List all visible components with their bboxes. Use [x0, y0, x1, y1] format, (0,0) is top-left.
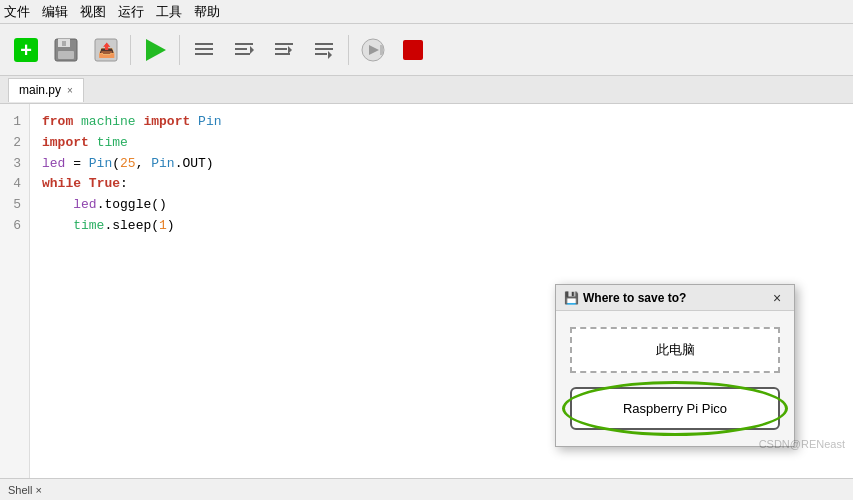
dialog-titlebar: 💾 Where to save to? × — [556, 285, 794, 311]
debug1-button[interactable] — [186, 32, 222, 68]
svg-text:📤: 📤 — [98, 42, 116, 59]
run-button[interactable] — [137, 32, 173, 68]
svg-rect-27 — [403, 40, 423, 60]
dialog-close-button[interactable]: × — [768, 289, 786, 307]
dialog-body: 此电脑 Raspberry Pi Pico — [556, 311, 794, 446]
save-dialog: 💾 Where to save to? × 此电脑 Raspberry Pi P… — [555, 284, 795, 447]
svg-rect-13 — [235, 48, 247, 50]
toolbar-separator-2 — [179, 35, 180, 65]
svg-rect-14 — [235, 53, 250, 55]
save-button[interactable] — [48, 32, 84, 68]
debug2-button[interactable] — [226, 32, 262, 68]
menu-tools[interactable]: 工具 — [156, 3, 182, 21]
line-num-4: 4 — [8, 174, 21, 195]
tabbar: main.py × — [0, 76, 853, 104]
menu-help[interactable]: 帮助 — [194, 3, 220, 21]
svg-rect-11 — [195, 53, 213, 55]
svg-rect-5 — [62, 41, 66, 46]
svg-text:+: + — [20, 39, 32, 61]
code-line-1: from machine import Pin — [42, 112, 841, 133]
toolbar-separator-3 — [348, 35, 349, 65]
editor-area: 1 2 3 4 5 6 from machine import Pin impo… — [0, 104, 853, 478]
code-line-3: led = Pin(25, Pin.OUT) — [42, 154, 841, 175]
code-line-6: time.sleep(1) — [42, 216, 841, 237]
svg-rect-4 — [58, 51, 74, 59]
tab-close-button[interactable]: × — [67, 85, 73, 96]
line-num-1: 1 — [8, 112, 21, 133]
svg-rect-12 — [235, 43, 253, 45]
debug3-button[interactable] — [266, 32, 302, 68]
svg-rect-19 — [275, 53, 290, 55]
code-line-2: import time — [42, 133, 841, 154]
toolbar: + 📤 — [0, 24, 853, 76]
upload-button[interactable]: 📤 — [88, 32, 124, 68]
menu-run[interactable]: 运行 — [118, 3, 144, 21]
line-num-3: 3 — [8, 154, 21, 175]
menu-edit[interactable]: 编辑 — [42, 3, 68, 21]
svg-rect-21 — [315, 48, 333, 50]
menubar: 文件 编辑 视图 运行 工具 帮助 — [0, 0, 853, 24]
svg-rect-16 — [275, 43, 293, 45]
dialog-title-icon: 💾 — [564, 291, 579, 305]
menu-view[interactable]: 视图 — [80, 3, 106, 21]
svg-marker-8 — [146, 39, 166, 61]
code-line-4: while True: — [42, 174, 841, 195]
line-num-2: 2 — [8, 133, 21, 154]
new-button[interactable]: + — [8, 32, 44, 68]
shell-tab[interactable]: Shell × — [8, 484, 42, 496]
svg-rect-17 — [275, 48, 287, 50]
code-line-5: led.toggle() — [42, 195, 841, 216]
dialog-title: 💾 Where to save to? — [564, 291, 686, 305]
line-num-6: 6 — [8, 216, 21, 237]
svg-rect-20 — [315, 43, 333, 45]
svg-rect-22 — [315, 53, 327, 55]
toolbar-separator-1 — [130, 35, 131, 65]
step-button[interactable] — [355, 32, 391, 68]
save-to-pico-button[interactable]: Raspberry Pi Pico — [570, 387, 780, 430]
svg-marker-15 — [250, 46, 254, 54]
svg-rect-26 — [380, 45, 383, 55]
statusbar: Shell × — [0, 478, 853, 500]
menu-file[interactable]: 文件 — [4, 3, 30, 21]
line-num-5: 5 — [8, 195, 21, 216]
dialog-title-text: Where to save to? — [583, 291, 686, 305]
line-numbers: 1 2 3 4 5 6 — [0, 104, 30, 478]
svg-rect-9 — [195, 43, 213, 45]
debug4-button[interactable] — [306, 32, 342, 68]
svg-rect-10 — [195, 48, 213, 50]
svg-marker-18 — [288, 46, 292, 54]
tab-main[interactable]: main.py × — [8, 78, 84, 102]
save-to-computer-button[interactable]: 此电脑 — [570, 327, 780, 373]
svg-marker-23 — [328, 51, 332, 59]
stop-button[interactable] — [395, 32, 431, 68]
save-to-pico-label: Raspberry Pi Pico — [623, 401, 727, 416]
tab-filename: main.py — [19, 83, 61, 97]
